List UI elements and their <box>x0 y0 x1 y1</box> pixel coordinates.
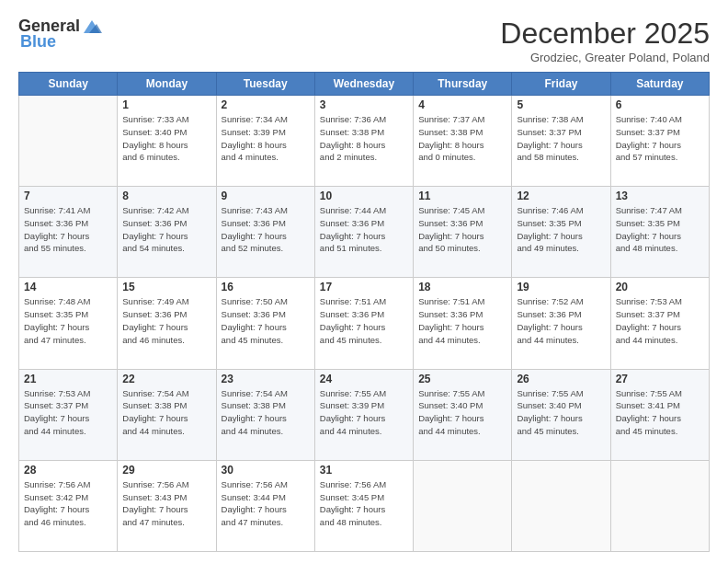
table-row: 16Sunrise: 7:50 AMSunset: 3:36 PMDayligh… <box>216 278 314 369</box>
month-title: December 2025 <box>500 17 710 51</box>
day-number: 9 <box>222 190 310 202</box>
day-number: 30 <box>222 464 310 477</box>
day-info: Sunrise: 7:41 AMSunset: 3:36 PMDaylight:… <box>24 204 112 255</box>
day-number: 29 <box>122 464 210 477</box>
table-row: 28Sunrise: 7:56 AMSunset: 3:42 PMDayligh… <box>19 460 118 551</box>
day-number: 28 <box>24 464 112 477</box>
table-row: 7Sunrise: 7:41 AMSunset: 3:36 PMDaylight… <box>19 187 118 278</box>
table-row: 8Sunrise: 7:42 AMSunset: 3:36 PMDaylight… <box>118 187 216 278</box>
table-row: 10Sunrise: 7:44 AMSunset: 3:36 PMDayligh… <box>314 187 413 278</box>
day-number: 1 <box>122 98 210 111</box>
table-row: 4Sunrise: 7:37 AMSunset: 3:38 PMDaylight… <box>414 96 512 187</box>
subtitle: Grodziec, Greater Poland, Poland <box>500 51 710 64</box>
table-row: 3Sunrise: 7:36 AMSunset: 3:38 PMDaylight… <box>314 96 413 187</box>
table-row: 6Sunrise: 7:40 AMSunset: 3:37 PMDaylight… <box>610 96 709 187</box>
day-number: 12 <box>517 190 605 202</box>
day-number: 4 <box>418 98 506 111</box>
col-wednesday: Wednesday <box>314 73 413 96</box>
day-number: 3 <box>320 98 408 111</box>
day-info: Sunrise: 7:47 AMSunset: 3:35 PMDaylight:… <box>616 204 704 255</box>
table-row: 23Sunrise: 7:54 AMSunset: 3:38 PMDayligh… <box>216 369 314 460</box>
title-block: December 2025 Grodziec, Greater Poland, … <box>500 17 710 64</box>
day-number: 22 <box>122 373 210 385</box>
day-info: Sunrise: 7:55 AMSunset: 3:40 PMDaylight:… <box>418 387 506 438</box>
day-info: Sunrise: 7:45 AMSunset: 3:36 PMDaylight:… <box>418 204 506 255</box>
day-info: Sunrise: 7:53 AMSunset: 3:37 PMDaylight:… <box>24 387 112 438</box>
table-row: 15Sunrise: 7:49 AMSunset: 3:36 PMDayligh… <box>118 278 216 369</box>
day-info: Sunrise: 7:44 AMSunset: 3:36 PMDaylight:… <box>320 204 408 255</box>
col-thursday: Thursday <box>414 73 512 96</box>
day-info: Sunrise: 7:56 AMSunset: 3:44 PMDaylight:… <box>222 478 310 529</box>
day-info: Sunrise: 7:34 AMSunset: 3:39 PMDaylight:… <box>222 113 310 164</box>
day-info: Sunrise: 7:36 AMSunset: 3:38 PMDaylight:… <box>320 113 408 164</box>
page: General Blue December 2025 Grodziec, Gre… <box>0 0 728 563</box>
day-info: Sunrise: 7:56 AMSunset: 3:42 PMDaylight:… <box>24 478 112 529</box>
day-number: 8 <box>122 190 210 202</box>
day-number: 13 <box>616 190 704 202</box>
table-row <box>512 460 610 551</box>
calendar-table: Sunday Monday Tuesday Wednesday Thursday… <box>18 72 710 552</box>
table-row: 13Sunrise: 7:47 AMSunset: 3:35 PMDayligh… <box>610 187 709 278</box>
day-info: Sunrise: 7:48 AMSunset: 3:35 PMDaylight:… <box>24 295 112 346</box>
day-info: Sunrise: 7:51 AMSunset: 3:36 PMDaylight:… <box>418 295 506 346</box>
day-info: Sunrise: 7:40 AMSunset: 3:37 PMDaylight:… <box>616 113 704 164</box>
table-row: 2Sunrise: 7:34 AMSunset: 3:39 PMDaylight… <box>216 96 314 187</box>
day-number: 31 <box>320 464 408 477</box>
header: General Blue December 2025 Grodziec, Gre… <box>18 17 710 64</box>
day-info: Sunrise: 7:55 AMSunset: 3:41 PMDaylight:… <box>616 387 704 438</box>
table-row: 30Sunrise: 7:56 AMSunset: 3:44 PMDayligh… <box>216 460 314 551</box>
table-row: 29Sunrise: 7:56 AMSunset: 3:43 PMDayligh… <box>118 460 216 551</box>
table-row <box>19 96 118 187</box>
day-number: 2 <box>222 98 310 111</box>
table-row: 19Sunrise: 7:52 AMSunset: 3:36 PMDayligh… <box>512 278 610 369</box>
table-row: 9Sunrise: 7:43 AMSunset: 3:36 PMDaylight… <box>216 187 314 278</box>
logo: General Blue <box>18 17 102 52</box>
col-sunday: Sunday <box>19 73 118 96</box>
day-info: Sunrise: 7:50 AMSunset: 3:36 PMDaylight:… <box>222 295 310 346</box>
day-info: Sunrise: 7:37 AMSunset: 3:38 PMDaylight:… <box>418 113 506 164</box>
day-number: 20 <box>616 281 704 293</box>
day-info: Sunrise: 7:56 AMSunset: 3:43 PMDaylight:… <box>122 478 210 529</box>
day-number: 24 <box>320 373 408 385</box>
day-number: 6 <box>616 98 704 111</box>
day-number: 27 <box>616 373 704 385</box>
day-number: 10 <box>320 190 408 202</box>
day-number: 25 <box>418 373 506 385</box>
day-info: Sunrise: 7:33 AMSunset: 3:40 PMDaylight:… <box>122 113 210 164</box>
col-friday: Friday <box>512 73 610 96</box>
table-row: 21Sunrise: 7:53 AMSunset: 3:37 PMDayligh… <box>19 369 118 460</box>
col-monday: Monday <box>118 73 216 96</box>
table-row: 18Sunrise: 7:51 AMSunset: 3:36 PMDayligh… <box>414 278 512 369</box>
day-info: Sunrise: 7:54 AMSunset: 3:38 PMDaylight:… <box>222 387 310 438</box>
table-row: 5Sunrise: 7:38 AMSunset: 3:37 PMDaylight… <box>512 96 610 187</box>
day-number: 14 <box>24 281 112 293</box>
logo-icon <box>82 18 102 35</box>
table-row: 26Sunrise: 7:55 AMSunset: 3:40 PMDayligh… <box>512 369 610 460</box>
table-row: 24Sunrise: 7:55 AMSunset: 3:39 PMDayligh… <box>314 369 413 460</box>
day-info: Sunrise: 7:42 AMSunset: 3:36 PMDaylight:… <box>122 204 210 255</box>
day-info: Sunrise: 7:52 AMSunset: 3:36 PMDaylight:… <box>517 295 605 346</box>
table-row: 12Sunrise: 7:46 AMSunset: 3:35 PMDayligh… <box>512 187 610 278</box>
calendar-header-row: Sunday Monday Tuesday Wednesday Thursday… <box>19 73 710 96</box>
day-number: 26 <box>517 373 605 385</box>
day-info: Sunrise: 7:55 AMSunset: 3:40 PMDaylight:… <box>517 387 605 438</box>
day-info: Sunrise: 7:49 AMSunset: 3:36 PMDaylight:… <box>122 295 210 346</box>
day-info: Sunrise: 7:43 AMSunset: 3:36 PMDaylight:… <box>222 204 310 255</box>
day-info: Sunrise: 7:55 AMSunset: 3:39 PMDaylight:… <box>320 387 408 438</box>
day-number: 7 <box>24 190 112 202</box>
table-row: 1Sunrise: 7:33 AMSunset: 3:40 PMDaylight… <box>118 96 216 187</box>
day-info: Sunrise: 7:46 AMSunset: 3:35 PMDaylight:… <box>517 204 605 255</box>
table-row: 22Sunrise: 7:54 AMSunset: 3:38 PMDayligh… <box>118 369 216 460</box>
day-info: Sunrise: 7:54 AMSunset: 3:38 PMDaylight:… <box>122 387 210 438</box>
table-row: 25Sunrise: 7:55 AMSunset: 3:40 PMDayligh… <box>414 369 512 460</box>
day-number: 16 <box>222 281 310 293</box>
col-tuesday: Tuesday <box>216 73 314 96</box>
day-number: 23 <box>222 373 310 385</box>
day-info: Sunrise: 7:38 AMSunset: 3:37 PMDaylight:… <box>517 113 605 164</box>
day-number: 18 <box>418 281 506 293</box>
day-info: Sunrise: 7:53 AMSunset: 3:37 PMDaylight:… <box>616 295 704 346</box>
day-number: 5 <box>517 98 605 111</box>
day-info: Sunrise: 7:56 AMSunset: 3:45 PMDaylight:… <box>320 478 408 529</box>
day-number: 15 <box>122 281 210 293</box>
day-info: Sunrise: 7:51 AMSunset: 3:36 PMDaylight:… <box>320 295 408 346</box>
